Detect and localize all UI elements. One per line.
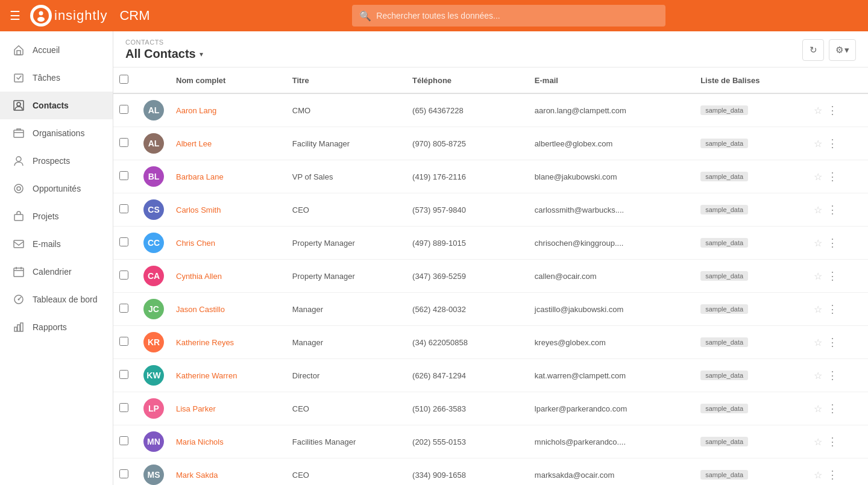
- sidebar-item-opportunites[interactable]: Opportunités: [0, 175, 113, 202]
- more-options-button[interactable]: ⋮: [825, 136, 840, 151]
- sidebar-item-emails[interactable]: E-mails: [0, 230, 113, 258]
- tag-badge: sample_data: [700, 470, 748, 480]
- favorite-button[interactable]: ☆: [814, 271, 822, 282]
- more-options-button[interactable]: ⋮: [825, 202, 840, 217]
- sidebar-item-contacts[interactable]: Contacts: [0, 92, 113, 119]
- row-name-cell: Cynthia Allen: [170, 260, 286, 293]
- sidebar-item-organisations[interactable]: Organisations: [0, 119, 113, 147]
- row-checkbox[interactable]: [119, 469, 128, 478]
- contact-name-link[interactable]: Katherine Warren: [176, 371, 237, 380]
- page-title-row: All Contacts ▾: [125, 47, 203, 61]
- settings-button[interactable]: ⚙ ▾: [829, 39, 856, 61]
- row-action-buttons: ☆ ⋮: [814, 235, 862, 251]
- row-action-buttons: ☆ ⋮: [814, 136, 862, 151]
- row-avatar-cell: AL: [137, 127, 170, 160]
- row-avatar-cell: BL: [137, 160, 170, 193]
- favorite-button[interactable]: ☆: [814, 171, 822, 183]
- header-checkbox-col: [113, 67, 137, 93]
- favorite-button[interactable]: ☆: [814, 204, 822, 216]
- select-all-checkbox[interactable]: [119, 75, 128, 84]
- more-options-button[interactable]: ⋮: [825, 467, 840, 483]
- table-row: BL Barbara Lane VP of Sales (419) 176-21…: [113, 160, 868, 193]
- search-bar[interactable]: 🔍: [352, 5, 665, 27]
- sidebar-item-taches[interactable]: Tâches: [0, 64, 113, 92]
- main-layout: Accueil Tâches Contacts Organisations Pr…: [0, 31, 868, 485]
- row-checkbox[interactable]: [119, 370, 128, 379]
- search-input[interactable]: [376, 11, 658, 20]
- dashboard-icon: [12, 293, 25, 306]
- row-tag-cell: sample_data: [694, 127, 808, 160]
- favorite-button[interactable]: ☆: [814, 304, 822, 315]
- row-checkbox[interactable]: [119, 138, 128, 147]
- favorite-button[interactable]: ☆: [814, 436, 822, 448]
- favorite-button[interactable]: ☆: [814, 237, 822, 249]
- row-checkbox[interactable]: [119, 271, 128, 280]
- sidebar-item-accueil[interactable]: Accueil: [0, 36, 113, 64]
- contact-name-link[interactable]: Aaron Lang: [176, 106, 216, 115]
- tag-badge: sample_data: [700, 238, 748, 248]
- menu-icon[interactable]: ☰: [10, 8, 20, 23]
- title-dropdown-icon[interactable]: ▾: [200, 50, 203, 58]
- contact-name-link[interactable]: Jason Castillo: [176, 305, 225, 314]
- contact-name-link[interactable]: Cynthia Allen: [176, 272, 222, 281]
- row-checkbox[interactable]: [119, 403, 128, 412]
- more-options-button[interactable]: ⋮: [825, 102, 840, 118]
- gear-icon: ⚙: [835, 45, 843, 55]
- row-checkbox[interactable]: [119, 237, 128, 246]
- row-email-cell: carlossmith@warbucks....: [529, 193, 694, 227]
- svg-rect-13: [14, 268, 24, 277]
- row-tag-cell: sample_data: [694, 293, 808, 326]
- more-options-button[interactable]: ⋮: [825, 235, 840, 251]
- favorite-button[interactable]: ☆: [814, 105, 822, 116]
- contact-name-link[interactable]: Mark Sakda: [176, 471, 218, 480]
- sidebar-label-rapports: Rapports: [33, 322, 67, 332]
- more-options-button[interactable]: ⋮: [825, 268, 840, 284]
- row-email-cell: kat.warren@clampett.com: [529, 359, 694, 392]
- sidebar-item-projets[interactable]: Projets: [0, 202, 113, 230]
- favorite-button[interactable]: ☆: [814, 469, 822, 481]
- row-actions-cell: ☆ ⋮: [808, 227, 868, 260]
- contact-name-link[interactable]: Lisa Parker: [176, 404, 216, 413]
- contact-name-link[interactable]: Carlos Smith: [176, 205, 221, 214]
- search-icon: 🔍: [359, 10, 371, 22]
- header-email: E-mail: [529, 67, 694, 93]
- favorite-button[interactable]: ☆: [814, 370, 822, 381]
- sidebar-item-calendrier[interactable]: Calendrier: [0, 258, 113, 286]
- sidebar-item-tableaux[interactable]: Tableaux de bord: [0, 286, 113, 313]
- row-checkbox[interactable]: [119, 304, 128, 313]
- row-checkbox[interactable]: [119, 204, 128, 213]
- favorite-button[interactable]: ☆: [814, 337, 822, 348]
- svg-point-9: [14, 184, 23, 193]
- sidebar-label-calendrier: Calendrier: [33, 267, 72, 277]
- sidebar-item-prospects[interactable]: Prospects: [0, 147, 113, 175]
- row-checkbox[interactable]: [119, 171, 128, 180]
- contact-name-link[interactable]: Maria Nichols: [176, 437, 224, 446]
- row-checkbox[interactable]: [119, 337, 128, 346]
- row-phone-cell: (347) 369-5259: [406, 260, 529, 293]
- contact-name-link[interactable]: Katherine Reyes: [176, 338, 234, 347]
- sidebar-item-rapports[interactable]: Rapports: [0, 313, 113, 341]
- row-checkbox[interactable]: [119, 436, 128, 445]
- sidebar-label-accueil: Accueil: [33, 45, 60, 55]
- more-options-button[interactable]: ⋮: [825, 169, 840, 184]
- row-checkbox-cell: [113, 227, 137, 260]
- contact-name-link[interactable]: Chris Chen: [176, 239, 215, 248]
- contact-name-link[interactable]: Albert Lee: [176, 139, 212, 148]
- more-options-button[interactable]: ⋮: [825, 434, 840, 449]
- row-tag-cell: sample_data: [694, 326, 808, 359]
- contacts-table-container: Nom complet Titre Téléphone E-mail Liste…: [113, 67, 868, 485]
- sidebar-label-contacts: Contacts: [33, 101, 69, 110]
- row-checkbox[interactable]: [119, 105, 128, 114]
- page-header: CONTACTS All Contacts ▾ ↻ ⚙ ▾: [113, 31, 868, 67]
- row-title-cell: Property Manager: [286, 227, 406, 260]
- home-icon: [12, 43, 25, 57]
- more-options-button[interactable]: ⋮: [825, 301, 840, 317]
- favorite-button[interactable]: ☆: [814, 403, 822, 415]
- more-options-button[interactable]: ⋮: [825, 334, 840, 350]
- favorite-button[interactable]: ☆: [814, 138, 822, 149]
- more-options-button[interactable]: ⋮: [825, 368, 840, 383]
- contact-name-link[interactable]: Barbara Lane: [176, 172, 224, 181]
- refresh-button[interactable]: ↻: [802, 39, 824, 61]
- row-avatar-cell: LP: [137, 392, 170, 425]
- more-options-button[interactable]: ⋮: [825, 401, 840, 416]
